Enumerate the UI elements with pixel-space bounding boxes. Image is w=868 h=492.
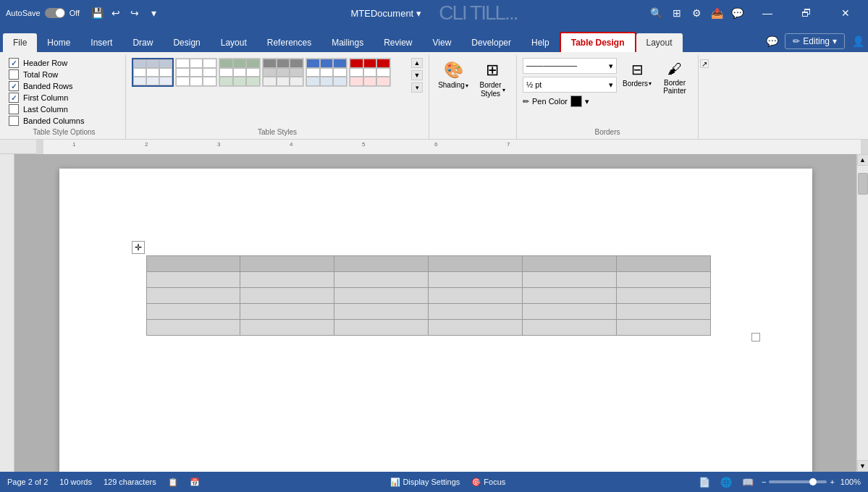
view-web-button[interactable]: 🌐 [718,474,734,490]
document-table[interactable] [146,255,711,336]
table-row[interactable] [146,256,710,272]
border-styles-button[interactable]: ⊞ BorderStyles ▾ [474,58,510,100]
tab-home[interactable]: Home [37,33,80,52]
customize-icon[interactable]: ▾ [146,6,161,20]
border-style-select[interactable]: ───────── ▾ [523,58,617,74]
table-cell[interactable] [428,288,522,304]
tab-file[interactable]: File [3,33,37,52]
tab-help[interactable]: Help [521,33,560,52]
table-cell[interactable] [522,272,616,288]
table-style-1[interactable] [132,58,174,87]
table-cell[interactable] [146,288,240,304]
gallery-up-button[interactable]: ▲ [411,58,423,68]
zoom-slider[interactable] [769,480,827,483]
last-column-checkbox[interactable] [9,104,19,114]
first-column-checkbox[interactable] [9,93,19,103]
zoom-plus-button[interactable]: + [830,478,834,486]
table-cell[interactable] [334,288,429,304]
table-cell[interactable] [334,320,429,336]
tab-developer[interactable]: Developer [461,33,521,52]
table-style-5[interactable] [306,58,347,87]
focus-button[interactable]: 🎯 Focus [471,478,505,487]
restore-button[interactable]: 🗗 [790,0,823,26]
banded-columns-checkbox[interactable] [9,116,19,126]
table-style-3[interactable] [219,58,261,87]
table-move-handle[interactable]: ✛ [132,241,145,254]
minimize-button[interactable]: — [751,0,784,26]
scroll-up-button[interactable]: ▲ [857,154,869,166]
table-cell[interactable] [616,272,710,288]
close-button[interactable]: ✕ [829,0,862,26]
autosave-toggle[interactable] [45,8,65,18]
table-cell[interactable] [522,320,616,336]
ribbon-expand-button[interactable]: ↗ [700,59,709,68]
tab-insert[interactable]: Insert [80,33,122,52]
banded-rows-label[interactable]: Banded Rows [23,82,73,90]
table-row[interactable] [146,320,710,336]
header-row-label[interactable]: Header Row [23,59,67,67]
table-cell[interactable] [616,288,710,304]
save-icon[interactable]: 💾 [90,6,104,20]
proofing-icon[interactable]: 📋 [168,478,178,487]
table-cell[interactable] [428,256,522,272]
tab-mailings[interactable]: Mailings [321,33,374,52]
table-cell[interactable] [428,304,522,320]
border-painter-button[interactable]: 🖌 BorderPainter [657,58,692,98]
doc-scroll[interactable]: ✛ [14,154,856,472]
title-dropdown-arrow[interactable]: ▾ [416,8,421,19]
ribbon-icon[interactable]: ⊞ [670,6,684,20]
table-cell[interactable] [616,304,710,320]
tab-design[interactable]: Design [163,33,210,52]
table-cell[interactable] [616,320,710,336]
table-row[interactable] [146,288,710,304]
table-cell[interactable] [240,304,334,320]
tab-draw[interactable]: Draw [122,33,163,52]
settings-icon[interactable]: ⚙ [690,6,704,20]
pen-color-arrow[interactable]: ▾ [585,97,589,106]
table-cell[interactable] [428,272,522,288]
banded-columns-label[interactable]: Banded Columns [23,116,84,125]
table-cell[interactable] [146,304,240,320]
last-column-label[interactable]: Last Column [23,105,68,114]
table-cell[interactable] [146,256,240,272]
borders-button[interactable]: ⊟ Borders ▾ [620,58,654,90]
tab-table-design[interactable]: Table Design [560,32,636,52]
total-row-checkbox[interactable] [9,69,19,80]
banded-rows-checkbox[interactable] [9,81,19,91]
table-cell[interactable] [428,320,522,336]
tab-view[interactable]: View [423,33,462,52]
tab-references[interactable]: References [257,33,321,52]
table-cell[interactable] [240,320,334,336]
comment-icon[interactable]: 💬 [764,34,779,48]
table-cell[interactable] [240,272,334,288]
search-icon[interactable]: 🔍 [649,6,664,20]
view-print-button[interactable]: 📄 [696,474,712,490]
pen-color-swatch[interactable] [570,96,582,107]
document-page[interactable]: ✛ [59,169,812,472]
table-cell[interactable] [240,256,334,272]
header-row-checkbox[interactable] [9,58,19,68]
table-cell[interactable] [334,256,429,272]
shading-button[interactable]: 🎨 Shading ▾ [435,58,471,91]
table-row[interactable] [146,272,710,288]
comments-icon[interactable]: 💬 [730,6,745,20]
view-read-button[interactable]: 📖 [740,474,756,490]
display-settings-button[interactable]: 📊 Display Settings [390,478,460,487]
gallery-more-button[interactable]: ▾ [411,82,423,93]
tab-layout[interactable]: Layout [211,33,257,52]
undo-icon[interactable]: ↩ [109,6,123,20]
table-cell[interactable] [146,272,240,288]
table-style-4[interactable] [262,58,304,87]
scroll-thumb[interactable] [858,173,868,195]
profile-icon[interactable]: 👤 [851,34,865,48]
first-column-label[interactable]: First Column [23,93,68,102]
table-row[interactable] [146,304,710,320]
zoom-minus-button[interactable]: − [762,478,766,486]
total-row-label[interactable]: Total Row [23,70,58,79]
tab-table-layout[interactable]: Layout [636,33,683,52]
table-cell[interactable] [240,288,334,304]
redo-icon[interactable]: ↪ [127,6,142,20]
table-style-2[interactable] [175,58,217,87]
gallery-down-button[interactable]: ▼ [411,70,423,80]
table-cell[interactable] [522,288,616,304]
